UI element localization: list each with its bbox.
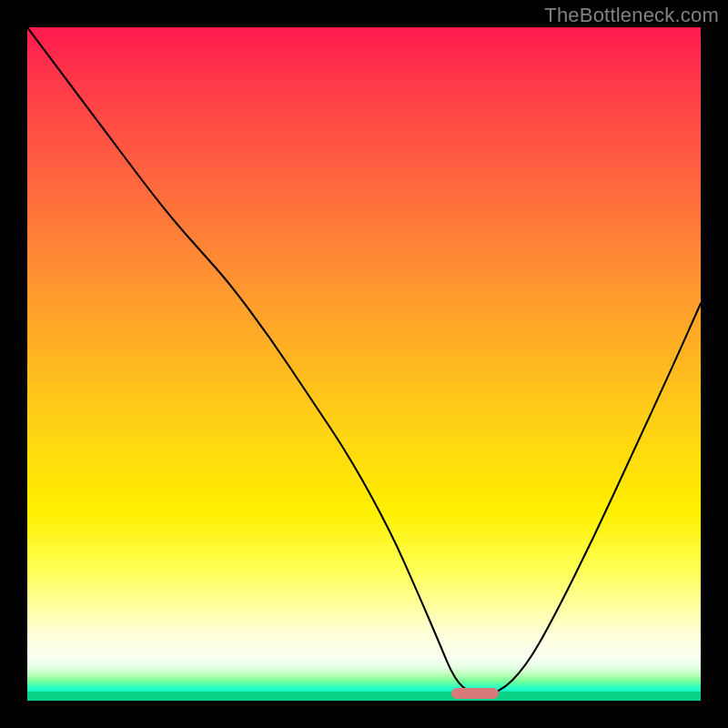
curve-svg xyxy=(27,27,701,701)
plot-area xyxy=(27,27,701,701)
bottleneck-curve-path xyxy=(27,27,701,694)
watermark-text: TheBottleneck.com xyxy=(544,4,719,27)
optimal-range-marker xyxy=(451,688,499,699)
chart-frame: TheBottleneck.com xyxy=(0,0,728,728)
